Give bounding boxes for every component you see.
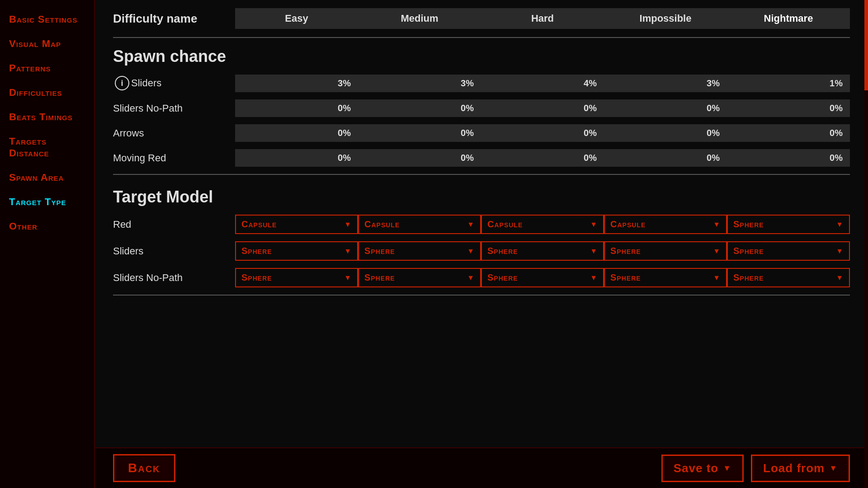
sidebar-item-basic-settings[interactable]: Basic Settings — [0, 9, 94, 30]
spawn-value-box-1-3: 0% — [604, 99, 727, 117]
difficulty-col-3: Impossible — [604, 8, 727, 29]
spawn-row-label-1: Sliders No-Path — [113, 103, 235, 114]
header-row: Difficulty name EasyMediumHardImpossible… — [113, 0, 850, 38]
spawn-row-values-3: 0%0%0%0%0% — [235, 149, 850, 167]
bottom-bar: Back Save to ▼ Load from ▼ — [95, 447, 868, 488]
difficulty-btn-easy[interactable]: Easy — [235, 8, 358, 29]
spawn-row-1: Sliders No-Path0%0%0%0%0% — [113, 96, 850, 121]
bottom-actions: Save to ▼ Load from ▼ — [661, 455, 850, 482]
spawn-value-box-2-0: 0% — [235, 124, 358, 142]
spawn-value-box-2-1: 0% — [358, 124, 481, 142]
target-dropdown-0-2[interactable]: Capsule▼ — [481, 215, 604, 234]
target-dropdown-1-1[interactable]: Sphere▼ — [358, 241, 481, 261]
target-dropdown-cell-1-4: Sphere▼ — [727, 241, 850, 261]
sidebar-item-difficulties[interactable]: Difficulties — [0, 82, 94, 103]
spawn-value-box-0-4: 1% — [727, 75, 850, 92]
target-dropdown-2-4[interactable]: Sphere▼ — [727, 268, 850, 287]
target-dropdown-2-2[interactable]: Sphere▼ — [481, 268, 604, 287]
target-dropdown-cell-1-0: Sphere▼ — [235, 241, 358, 261]
target-dropdown-cell-2-0: Sphere▼ — [235, 268, 358, 287]
difficulty-btn-nightmare[interactable]: Nightmare — [727, 8, 850, 29]
spawn-value-box-3-1: 0% — [358, 149, 481, 167]
load-from-button[interactable]: Load from ▼ — [751, 455, 850, 482]
spawn-value-box-1-2: 0% — [481, 99, 604, 117]
spawn-value-1-3: 0% — [604, 99, 727, 117]
spawn-value-2-3: 0% — [604, 124, 727, 142]
target-dropdown-1-4[interactable]: Sphere▼ — [727, 241, 850, 261]
info-circle-0[interactable]: i — [115, 76, 129, 90]
target-dropdown-0-4[interactable]: Sphere▼ — [727, 215, 850, 234]
target-dropdown-2-1[interactable]: Sphere▼ — [358, 268, 481, 287]
sidebar-item-other[interactable]: Other — [0, 216, 94, 237]
dropdown-chevron-0-2: ▼ — [590, 221, 598, 229]
dropdown-chevron-2-0: ▼ — [344, 274, 352, 282]
save-to-button[interactable]: Save to ▼ — [661, 455, 744, 482]
main-content: Difficulty name EasyMediumHardImpossible… — [95, 0, 868, 488]
target-dropdown-2-0[interactable]: Sphere▼ — [235, 268, 358, 287]
dropdown-chevron-2-3: ▼ — [713, 274, 721, 282]
difficulty-btn-hard[interactable]: Hard — [481, 8, 604, 29]
spawn-value-3-3: 0% — [604, 149, 727, 167]
spawn-row-label-2: Arrows — [113, 127, 235, 139]
spawn-value-2-0: 0% — [235, 124, 358, 142]
target-dropdown-cell-0-1: Capsule▼ — [358, 215, 481, 234]
target-dropdown-0-0[interactable]: Capsule▼ — [235, 215, 358, 234]
spawn-value-box-0-0: 3% — [235, 75, 358, 92]
info-icon-0[interactable]: i — [113, 74, 131, 92]
sidebar: Basic SettingsVisual MapPatternsDifficul… — [0, 0, 95, 488]
sidebar-item-beats-timings[interactable]: Beats Timings — [0, 107, 94, 127]
target-dropdown-1-0[interactable]: Sphere▼ — [235, 241, 358, 261]
target-dropdown-1-3[interactable]: Sphere▼ — [604, 241, 727, 261]
target-dropdown-cell-1-2: Sphere▼ — [481, 241, 604, 261]
target-dropdown-cell-0-3: Capsule▼ — [604, 215, 727, 234]
spawn-value-box-2-4: 0% — [727, 124, 850, 142]
target-dropdown-cell-2-3: Sphere▼ — [604, 268, 727, 287]
spawn-row-3: Moving Red0%0%0%0%0% — [113, 145, 850, 170]
scrollbar-track — [864, 0, 868, 488]
dropdown-chevron-0-0: ▼ — [344, 221, 352, 229]
spawn-row-values-2: 0%0%0%0%0% — [235, 124, 850, 142]
target-dropdown-cell-2-4: Sphere▼ — [727, 268, 850, 287]
sidebar-item-target-type[interactable]: Target Type — [0, 192, 94, 212]
target-dropdown-0-3[interactable]: Capsule▼ — [604, 215, 727, 234]
dropdown-chevron-0-3: ▼ — [713, 221, 721, 229]
sidebar-item-visual-map[interactable]: Visual Map — [0, 33, 94, 54]
target-model-title: Target Model — [113, 178, 850, 211]
dropdown-chevron-1-4: ▼ — [836, 247, 844, 255]
target-row-dropdowns-2: Sphere▼Sphere▼Sphere▼Sphere▼Sphere▼ — [235, 268, 850, 287]
sidebar-item-targets-distance[interactable]: Targets Distance — [0, 131, 94, 164]
divider-1 — [113, 174, 850, 175]
sidebar-item-spawn-area[interactable]: Spawn Area — [0, 167, 94, 188]
target-dropdown-1-2[interactable]: Sphere▼ — [481, 241, 604, 261]
spawn-value-box-3-2: 0% — [481, 149, 604, 167]
spawn-row-values-0: 3%3%4%3%1% — [235, 75, 850, 92]
target-dropdown-cell-2-1: Sphere▼ — [358, 268, 481, 287]
target-row-label-1: Sliders — [113, 245, 235, 257]
spawn-value-2-4: 0% — [727, 124, 850, 142]
target-row-dropdowns-0: Capsule▼Capsule▼Capsule▼Capsule▼Sphere▼ — [235, 215, 850, 234]
target-dropdown-cell-2-2: Sphere▼ — [481, 268, 604, 287]
scrollbar-thumb[interactable] — [864, 0, 868, 90]
spawn-value-0-1: 3% — [358, 75, 481, 92]
difficulty-btn-impossible[interactable]: Impossible — [604, 8, 727, 29]
spawn-chance-title: Spawn chance — [113, 38, 850, 70]
difficulty-btn-medium[interactable]: Medium — [358, 8, 481, 29]
target-dropdown-2-3[interactable]: Sphere▼ — [604, 268, 727, 287]
target-row-2: Sliders No-PathSphere▼Sphere▼Sphere▼Sphe… — [113, 264, 850, 291]
back-button[interactable]: Back — [113, 454, 175, 482]
spawn-chance-rows: iSliders3%3%4%3%1%Sliders No-Path0%0%0%0… — [113, 70, 850, 170]
target-row-dropdowns-1: Sphere▼Sphere▼Sphere▼Sphere▼Sphere▼ — [235, 241, 850, 261]
target-row-0: RedCapsule▼Capsule▼Capsule▼Capsule▼Spher… — [113, 211, 850, 238]
spawn-value-0-0: 3% — [235, 75, 358, 92]
spawn-value-1-1: 0% — [358, 99, 481, 117]
spawn-row-0: iSliders3%3%4%3%1% — [113, 70, 850, 96]
difficulty-col-4: Nightmare — [727, 8, 850, 29]
spawn-row-label-3: Moving Red — [113, 152, 235, 164]
sidebar-item-patterns[interactable]: Patterns — [0, 58, 94, 79]
difficulty-name-label: Difficulty name — [113, 12, 235, 26]
target-row-label-0: Red — [113, 219, 235, 230]
load-chevron-icon: ▼ — [829, 464, 838, 473]
target-dropdown-0-1[interactable]: Capsule▼ — [358, 215, 481, 234]
spawn-value-1-0: 0% — [235, 99, 358, 117]
target-dropdown-cell-0-2: Capsule▼ — [481, 215, 604, 234]
